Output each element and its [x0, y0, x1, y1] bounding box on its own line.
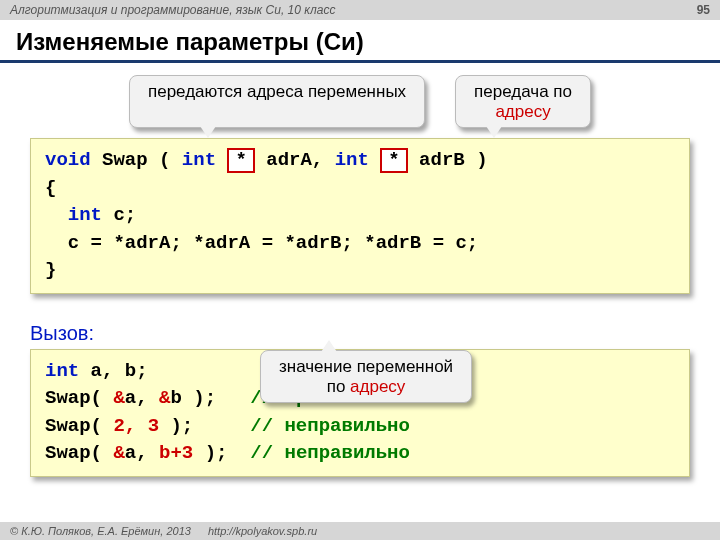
- callout-text-2: адресу: [495, 102, 550, 121]
- course-label: Алгоритмизация и программирование, язык …: [10, 3, 335, 17]
- call-label: Вызов:: [30, 322, 690, 345]
- kw-int: int: [45, 360, 79, 382]
- callout-text-2: адресу: [350, 377, 405, 396]
- callout-text: передаются адреса переменных: [148, 82, 406, 101]
- callout-value-by-address: значение переменной по адресу: [260, 350, 472, 403]
- page-title: Изменяемые параметры (Си): [0, 20, 720, 63]
- content-area: передаются адреса переменных передача по…: [0, 75, 720, 477]
- page-number: 95: [697, 3, 710, 17]
- kw-int: int: [335, 149, 369, 171]
- code-block-swap: void Swap ( int * adrA, int * adrB ) { i…: [30, 138, 690, 294]
- comment-wrong: // неправильно: [250, 415, 410, 437]
- callout-text-1: значение переменной: [279, 357, 453, 376]
- copyright: © К.Ю. Поляков, Е.А. Ерёмин, 2013: [10, 525, 191, 537]
- annotation-row: передаются адреса переменных передача по…: [30, 75, 690, 128]
- comment-wrong: // неправильно: [250, 442, 410, 464]
- kw-int: int: [182, 149, 216, 171]
- kw-void: void: [45, 149, 91, 171]
- callout-addresses-passed: передаются адреса переменных: [129, 75, 425, 128]
- expr-arg: b+3: [159, 442, 193, 464]
- kw-int: int: [68, 204, 102, 226]
- ampersand: &: [113, 387, 124, 409]
- header-bar: Алгоритмизация и программирование, язык …: [0, 0, 720, 20]
- callout-text-1: передача по: [474, 82, 572, 101]
- ampersand: &: [113, 442, 124, 464]
- ampersand: &: [159, 387, 170, 409]
- footer-url: http://kpolyakov.spb.ru: [208, 525, 317, 537]
- callout-pass-by-address: передача по адресу: [455, 75, 591, 128]
- pointer-star-1: *: [227, 148, 254, 173]
- footer-bar: © К.Ю. Поляков, Е.А. Ерёмин, 2013 http:/…: [0, 522, 720, 540]
- pointer-star-2: *: [380, 148, 407, 173]
- literal-args: 2, 3: [113, 415, 159, 437]
